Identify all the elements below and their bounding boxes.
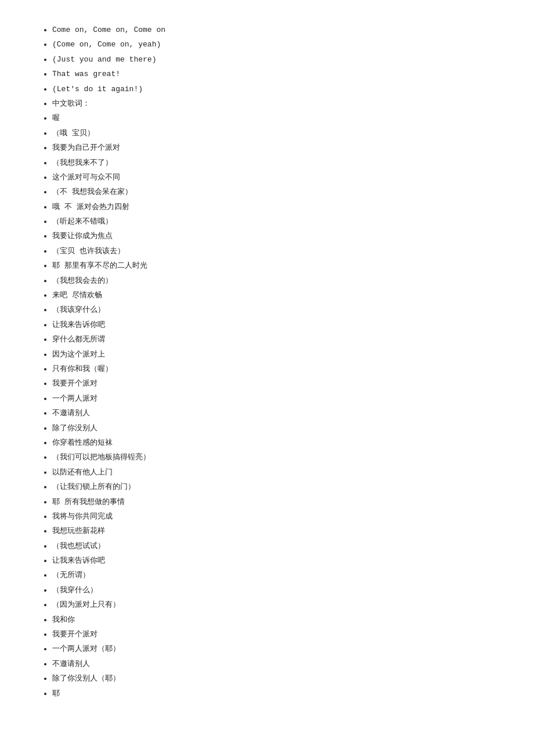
list-item: 我将与你共同完成 <box>52 510 499 523</box>
list-item: 我要为自己开个派对 <box>52 141 499 154</box>
list-item: That was great! <box>52 67 499 81</box>
list-item: 除了你没别人（耶） <box>52 672 499 685</box>
lyrics-list: Come on, Come on, Come on(Come on, Come … <box>35 23 499 700</box>
list-item: （我们可以把地板搞得锃亮） <box>52 451 499 464</box>
list-item: 我想玩些新花样 <box>52 524 499 538</box>
list-item: 来吧 尽情欢畅 <box>52 289 499 302</box>
list-item: 哦 不 派对会热力四射 <box>52 200 499 214</box>
list-item: 我要开个派对 <box>52 628 499 641</box>
list-item: Come on, Come on, Come on <box>52 23 499 37</box>
list-item: （无所谓） <box>52 568 499 582</box>
list-item: 除了你没别人 <box>52 422 499 435</box>
list-item: (Just you and me there) <box>52 53 499 66</box>
list-item: 一个两人派对 <box>52 392 499 405</box>
list-item: 让我来告诉你吧 <box>52 554 499 567</box>
list-item: 因为这个派对上 <box>52 348 499 361</box>
list-item: 让我来告诉你吧 <box>52 318 499 332</box>
list-item: 耶 所有我想做的事情 <box>52 495 499 509</box>
list-item: （我想我来不了） <box>52 156 499 170</box>
list-item: （我也想试试） <box>52 539 499 553</box>
list-item: （宝贝 也许我该去） <box>52 244 499 258</box>
list-item: 我和你 <box>52 613 499 627</box>
list-item: 只有你和我（喔） <box>52 362 499 376</box>
list-item: （不 我想我会呆在家） <box>52 185 499 199</box>
list-item: （我该穿什么） <box>52 303 499 316</box>
list-item: 你穿着性感的短袜 <box>52 436 499 449</box>
list-item: 以防还有他人上门 <box>52 466 499 479</box>
list-item: 我要让你成为焦点 <box>52 229 499 243</box>
list-item: （听起来不错哦） <box>52 215 499 228</box>
list-item: （我穿什么） <box>52 584 499 597</box>
list-item: 这个派对可与众不同 <box>52 171 499 184</box>
list-item: 中文歌词： <box>52 97 499 110</box>
list-item: 耶 <box>52 687 499 700</box>
list-item: 不邀请别人 <box>52 406 499 420</box>
list-item: 我要开个派对 <box>52 377 499 390</box>
list-item: 耶 那里有享不尽的二人时光 <box>52 259 499 272</box>
list-item: （我想我会去的） <box>52 274 499 287</box>
list-item: 一个两人派对（耶） <box>52 642 499 656</box>
list-item: （让我们锁上所有的门） <box>52 480 499 494</box>
list-item: （哦 宝贝） <box>52 127 499 140</box>
list-item: (Come on, Come on, yeah) <box>52 38 499 51</box>
list-item: （因为派对上只有） <box>52 598 499 611</box>
list-item: 不邀请别人 <box>52 657 499 671</box>
list-item: 穿什么都无所谓 <box>52 333 499 346</box>
list-item: 喔 <box>52 111 499 125</box>
list-item: (Let's do it again!) <box>52 82 499 96</box>
